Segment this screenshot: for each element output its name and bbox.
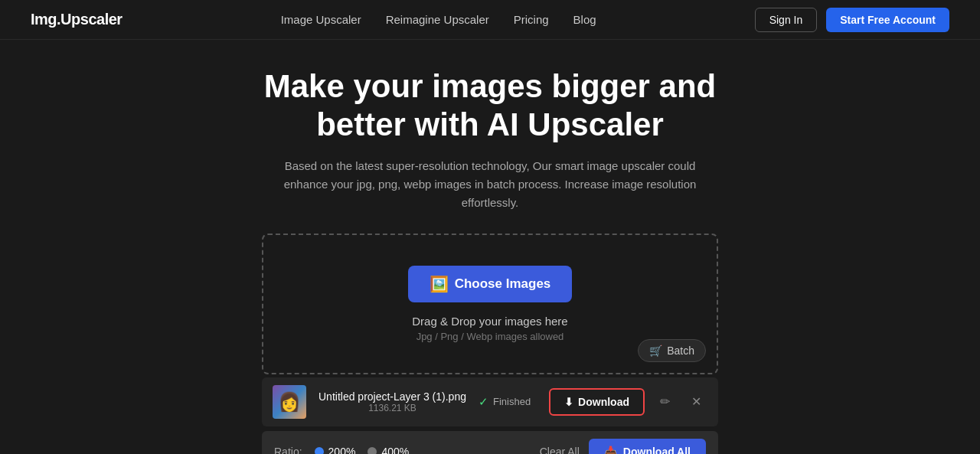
hero-description: Based on the latest super-resolution tec…	[268, 157, 712, 212]
nav-item-blog[interactable]: Blog	[573, 13, 596, 26]
download-label: Download	[578, 396, 629, 408]
edit-icon: ✏	[660, 395, 670, 408]
batch-icon: 🛒	[649, 345, 662, 357]
bottom-bar: Ratio: 200% 400% Clear All 📥 Download Al…	[262, 431, 718, 454]
download-all-label: Download All	[623, 446, 691, 454]
nav-links: Image Upscaler Reimagine Upscaler Pricin…	[281, 13, 596, 26]
nav-item-pricing[interactable]: Pricing	[514, 13, 549, 26]
nav-item-reimagine-upscaler[interactable]: Reimagine Upscaler	[386, 13, 489, 26]
close-icon: ✕	[691, 395, 701, 408]
bottom-right: Clear All 📥 Download All	[540, 439, 706, 454]
nav-actions: Sign In Start Free Account	[755, 8, 949, 32]
ratio-400-label: 400%	[381, 446, 409, 454]
drag-drop-text: Drag & Drop your images here	[279, 315, 701, 328]
status-text: Finished	[493, 396, 531, 407]
file-row: 👩 Untitled project-Layer 3 (1).png 1136.…	[262, 377, 718, 426]
hero-section: Make your images bigger and better with …	[0, 40, 980, 454]
file-size: 1136.21 KB	[315, 403, 469, 413]
ratio-200-option[interactable]: 200%	[315, 446, 356, 454]
file-name: Untitled project-Layer 3 (1).png	[315, 390, 469, 403]
upload-container: 🖼️ Choose Images Drag & Drop your images…	[262, 234, 718, 454]
nav-item-image-upscaler[interactable]: Image Upscaler	[281, 13, 361, 26]
ratio-label: Ratio:	[274, 446, 302, 454]
file-status: ✓ Finished	[479, 395, 531, 409]
file-info: Untitled project-Layer 3 (1).png 1136.21…	[315, 390, 469, 413]
ratio-200-dot	[315, 447, 324, 454]
choose-images-label: Choose Images	[455, 276, 551, 292]
file-thumbnail: 👩	[273, 385, 306, 419]
status-check-icon: ✓	[479, 395, 488, 409]
upload-area[interactable]: 🖼️ Choose Images Drag & Drop your images…	[262, 234, 718, 374]
logo: Img.Upscaler	[31, 11, 122, 28]
clear-all-button[interactable]: Clear All	[540, 446, 580, 454]
download-all-icon: 📥	[604, 446, 617, 454]
edit-button[interactable]: ✏	[654, 391, 676, 412]
choose-image-icon: 🖼️	[430, 275, 449, 293]
choose-images-button[interactable]: 🖼️ Choose Images	[408, 266, 573, 302]
ratio-200-label: 200%	[328, 446, 356, 454]
drag-drop-subtext: Jpg / Png / Webp images allowed	[279, 331, 701, 342]
start-free-account-button[interactable]: Start Free Account	[826, 8, 949, 32]
thumbnail-image: 👩	[278, 391, 301, 413]
ratio-section: Ratio: 200% 400%	[274, 446, 409, 454]
batch-label: Batch	[667, 345, 694, 357]
download-all-button[interactable]: 📥 Download All	[589, 439, 706, 454]
ratio-400-dot	[368, 447, 377, 454]
download-file-button[interactable]: ⬇ Download	[549, 388, 645, 416]
close-button[interactable]: ✕	[685, 391, 707, 412]
navbar: Img.Upscaler Image Upscaler Reimagine Up…	[0, 0, 980, 40]
hero-title: Make your images bigger and better with …	[222, 67, 758, 145]
download-icon: ⬇	[564, 396, 573, 408]
ratio-400-option[interactable]: 400%	[368, 446, 409, 454]
batch-button[interactable]: 🛒 Batch	[638, 339, 706, 362]
signin-button[interactable]: Sign In	[755, 8, 818, 32]
